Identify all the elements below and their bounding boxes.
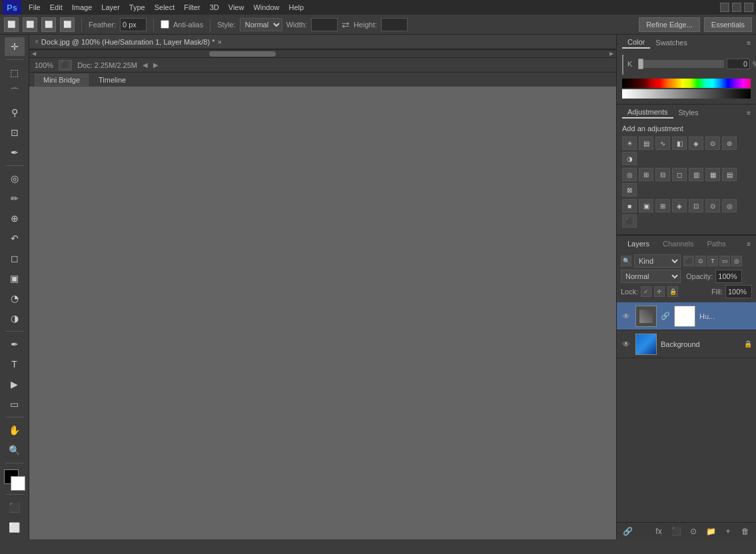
gradient-tool[interactable]: ▣ (5, 269, 25, 288)
photofilter-adj-icon[interactable]: ◎ (622, 168, 637, 181)
marquee-tool[interactable]: ⬚ (5, 63, 25, 82)
minimize-btn[interactable] (720, 3, 729, 12)
layer-item-husat[interactable]: 👁 🔗 Hu... (617, 302, 756, 330)
adj7-icon[interactable]: ◎ (722, 199, 737, 212)
layer-mask-btn[interactable]: ⬛ (669, 525, 683, 538)
move-tool[interactable]: ✛ (5, 37, 25, 56)
threshold-adj-icon[interactable]: ▦ (705, 168, 720, 181)
layers-menu[interactable]: ≡ (747, 240, 751, 248)
layer-link-btn[interactable]: 🔗 (621, 525, 634, 538)
lock-all-icon[interactable]: 🔒 (667, 286, 678, 297)
layer-vis-bg[interactable]: 👁 (621, 339, 631, 350)
posterize-adj-icon[interactable]: ▥ (689, 168, 703, 181)
channelmix-adj-icon[interactable]: ⊞ (639, 168, 653, 181)
layer-fx-btn[interactable]: fx (652, 525, 665, 538)
layer-adj-btn[interactable]: ⊙ (687, 525, 700, 538)
screen-mode-btn[interactable]: ⬜ (5, 518, 25, 537)
selectivecolor-adj-icon[interactable]: ⊠ (622, 183, 637, 196)
layer-new-btn[interactable]: + (721, 525, 735, 538)
close-btn[interactable] (744, 3, 753, 12)
status-nav-left[interactable]: ◀ (143, 61, 148, 69)
search-icon[interactable]: 🔍 (621, 256, 631, 266)
kind-select[interactable]: Kind (634, 254, 681, 268)
dodge-tool[interactable]: ◑ (5, 309, 25, 328)
filter-pixel-icon[interactable]: ⬛ (683, 256, 694, 266)
menu-edit[interactable]: Edit (45, 2, 67, 13)
filter-smart-icon[interactable]: ◎ (731, 256, 742, 266)
adjustments-tab[interactable]: Adjustments (622, 107, 673, 119)
paths-tab[interactable]: Paths (702, 238, 731, 249)
zoom-tool[interactable]: 🔍 (5, 441, 25, 459)
fill-input[interactable] (725, 285, 752, 298)
scroll-left-btn[interactable]: ◀ (32, 51, 36, 57)
filter-shape-icon[interactable]: ▭ (719, 256, 730, 266)
style-select[interactable]: Normal (240, 18, 282, 31)
opacity-input[interactable] (715, 270, 742, 283)
blur-tool[interactable]: ◔ (5, 289, 25, 308)
swap-icon[interactable]: ⇄ (342, 19, 350, 30)
mini-bridge-tab[interactable]: Mini Bridge (35, 74, 89, 86)
lock-pixels-icon[interactable]: ✓ (641, 286, 651, 297)
canvas-hscroll[interactable]: ◀ ▶ (29, 49, 616, 57)
spot-heal-tool[interactable]: ◎ (5, 169, 25, 188)
path-select-tool[interactable]: ▶ (5, 375, 25, 394)
adj-panel-menu[interactable]: ≡ (747, 109, 751, 117)
lock-position-icon[interactable]: ✛ (654, 286, 665, 297)
timeline-tab[interactable]: Timeline (90, 74, 135, 86)
adj5-icon[interactable]: ⊡ (689, 199, 703, 212)
maximize-btn[interactable] (732, 3, 741, 12)
height-input[interactable] (381, 18, 408, 31)
color-panel-menu[interactable]: ≡ (747, 39, 751, 47)
layer-group-btn[interactable]: 📁 (704, 525, 717, 538)
marquee-options-btn[interactable]: ⬜ (23, 17, 37, 32)
menu-image[interactable]: Image (67, 2, 97, 13)
menu-type[interactable]: Type (125, 2, 150, 13)
clone-tool[interactable]: ⊕ (5, 209, 25, 228)
background-color[interactable] (11, 476, 25, 491)
history-tool[interactable]: ↶ (5, 229, 25, 248)
channels-tab[interactable]: Channels (657, 238, 699, 249)
scroll-right-btn[interactable]: ▶ (609, 51, 613, 57)
quick-mask-btn[interactable]: ⬛ (5, 498, 25, 517)
pen-tool[interactable]: ✒ (5, 335, 25, 354)
canvas-tab-close-btn[interactable]: × (217, 38, 221, 46)
status-nav-right[interactable]: ▶ (153, 61, 159, 69)
exposure-adj-icon[interactable]: ◧ (672, 137, 687, 150)
menu-view[interactable]: View (224, 2, 249, 13)
brightness-adj-icon[interactable]: ☀ (622, 137, 637, 150)
gradient-adj-icon[interactable]: ▤ (722, 168, 737, 181)
marquee-rect-btn[interactable]: ⬜ (4, 17, 19, 32)
invert-adj-icon[interactable]: ◻ (672, 168, 687, 181)
antialias-checkbox[interactable] (161, 20, 169, 29)
width-input[interactable] (311, 18, 338, 31)
layer-vis-husat[interactable]: 👁 (621, 311, 631, 322)
styles-tab[interactable]: Styles (673, 107, 704, 118)
levels-adj-icon[interactable]: ▤ (639, 137, 653, 150)
colorbalance-adj-icon[interactable]: ⊜ (722, 137, 737, 150)
swatches-tab[interactable]: Swatches (650, 37, 693, 48)
shape-tool[interactable]: ▭ (5, 395, 25, 414)
menu-layer[interactable]: Layer (97, 2, 125, 13)
colorlookup-adj-icon[interactable]: ⊟ (655, 168, 670, 181)
filter-type-icon[interactable]: T (707, 256, 718, 266)
menu-help[interactable]: Help (284, 2, 309, 13)
huesat-adj-icon[interactable]: ⊙ (705, 137, 720, 150)
marquee-single-row-btn[interactable]: ⬜ (41, 17, 56, 32)
hand-tool[interactable]: ✋ (5, 421, 25, 439)
eraser-tool[interactable]: ◻ (5, 249, 25, 268)
menu-3d[interactable]: 3D (205, 2, 224, 13)
status-doc-icon[interactable]: ⬛ (59, 60, 72, 71)
feather-input[interactable] (120, 18, 147, 31)
eyedropper-tool[interactable]: ✒ (5, 143, 25, 162)
vibrance-adj-icon[interactable]: ◈ (689, 137, 703, 150)
marquee-single-col-btn[interactable]: ⬜ (60, 17, 75, 32)
k-slider[interactable] (638, 60, 724, 68)
filter-adj-icon[interactable]: ⊙ (695, 256, 706, 266)
color-tab[interactable]: Color (622, 37, 650, 49)
essentials-btn[interactable]: Essentials (704, 17, 752, 32)
layer-delete-btn[interactable]: 🗑 (739, 525, 752, 538)
blend-mode-select[interactable]: Normal (621, 270, 681, 283)
curves-adj-icon[interactable]: ∿ (655, 137, 670, 150)
quick-select-tool[interactable]: ⚲ (5, 103, 25, 122)
menu-filter[interactable]: Filter (179, 2, 204, 13)
